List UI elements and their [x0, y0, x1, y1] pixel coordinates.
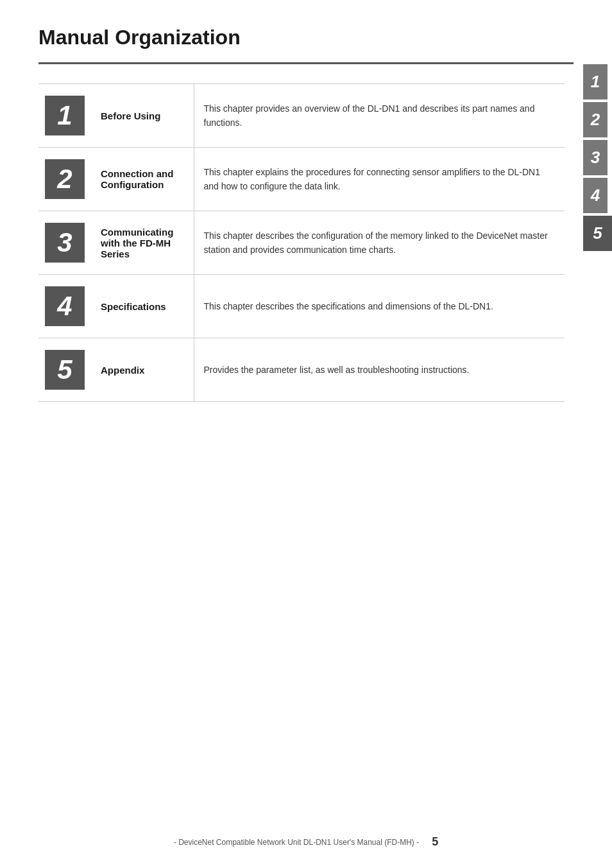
chapter-desc-cell-5: Provides the parameter list, as well as …: [194, 338, 565, 402]
chapter-desc-cell-1: This chapter provides an overview of the…: [194, 84, 565, 148]
title-divider: [38, 62, 574, 64]
sidebar-tab-4[interactable]: 4: [583, 178, 608, 213]
chapter-num-cell-3: 3: [38, 211, 91, 275]
chapter-num-box-5: 5: [45, 350, 85, 390]
footer-page-number: 5: [432, 835, 438, 849]
chapter-title-cell-3: Communicating with the FD-MH Series: [91, 211, 194, 275]
chapter-num-cell-1: 1: [38, 84, 91, 148]
chapter-num-cell-2: 2: [38, 148, 91, 211]
chapter-num-box-2: 2: [45, 159, 85, 199]
chapter-num-box-4: 4: [45, 286, 85, 326]
page-footer: - DeviceNet Compatible Network Unit DL-D…: [0, 835, 612, 849]
chapter-title-cell-4: Specifications: [91, 275, 194, 338]
chapter-row-1: 1 Before Using This chapter provides an …: [38, 84, 565, 148]
chapter-title-cell-5: Appendix: [91, 338, 194, 402]
chapter-row-4: 4 Specifications This chapter describes …: [38, 275, 565, 338]
chapter-row-5: 5 Appendix Provides the parameter list, …: [38, 338, 565, 402]
chapter-title-cell-2: Connection and Configuration: [91, 148, 194, 211]
page-title: Manual Organization: [38, 26, 574, 49]
chapter-num-cell-5: 5: [38, 338, 91, 402]
chapter-row-2: 2 Connection and Configuration This chap…: [38, 148, 565, 211]
chapter-num-box-1: 1: [45, 96, 85, 135]
chapter-desc-cell-4: This chapter describes the specification…: [194, 275, 565, 338]
chapter-num-box-3: 3: [45, 223, 85, 263]
sidebar-tab-1[interactable]: 1: [583, 64, 608, 100]
chapters-table: 1 Before Using This chapter provides an …: [38, 83, 565, 402]
page-container: Manual Organization 1 Before Using This …: [0, 0, 612, 868]
chapter-desc-cell-3: This chapter describes the configuration…: [194, 211, 565, 275]
footer-text: - DeviceNet Compatible Network Unit DL-D…: [174, 838, 419, 847]
sidebar-tab-2[interactable]: 2: [583, 102, 608, 137]
chapter-row-3: 3 Communicating with the FD-MH Series Th…: [38, 211, 565, 275]
right-sidebar: 1 2 3 4 5: [583, 64, 612, 251]
chapter-desc-cell-2: This chapter explains the procedures for…: [194, 148, 565, 211]
chapter-num-cell-4: 4: [38, 275, 91, 338]
sidebar-tab-5[interactable]: 5: [583, 216, 612, 251]
chapter-title-cell-1: Before Using: [91, 84, 194, 148]
sidebar-tab-3[interactable]: 3: [583, 140, 608, 175]
